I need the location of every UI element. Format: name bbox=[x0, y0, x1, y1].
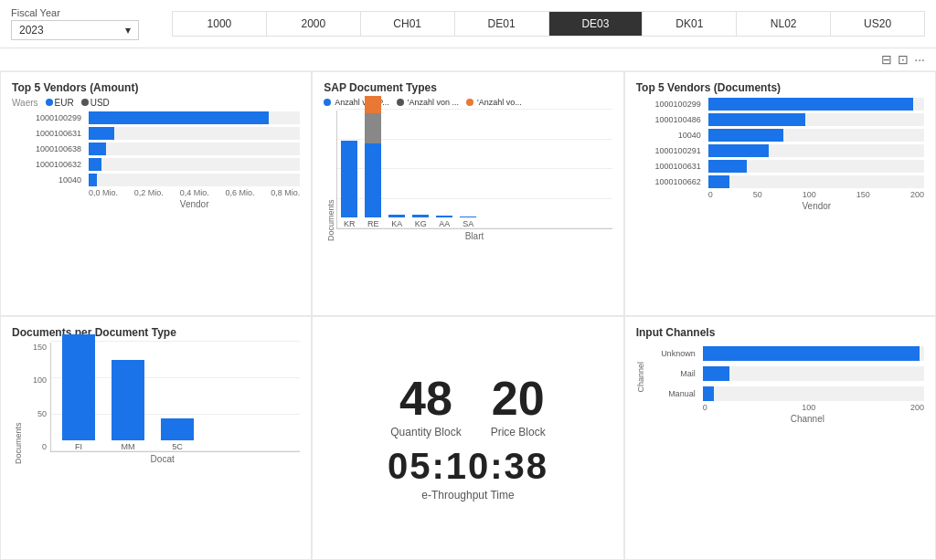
price-block: 20 Price Block bbox=[491, 375, 546, 438]
throughput-block: 05:10:38 e-Throughput Time bbox=[388, 446, 548, 502]
sap-bar-blue bbox=[412, 215, 429, 217]
sap-doc-types-title: SAP Document Types bbox=[324, 81, 612, 94]
waers-legend-label: Waers bbox=[12, 98, 38, 108]
sap-bar-label: KR bbox=[344, 219, 356, 228]
channel-bar bbox=[703, 366, 729, 381]
fiscal-year-select[interactable]: 2023 ▾ bbox=[11, 20, 139, 40]
vendor-name: 1000100632 bbox=[12, 160, 85, 169]
fiscal-year-value: 2023 bbox=[19, 24, 44, 37]
doc-type-bar-group: 5C bbox=[161, 418, 194, 451]
doc-type-bar-group: FI bbox=[62, 334, 95, 451]
tab-dk01[interactable]: DK01 bbox=[642, 11, 736, 37]
vendor-amount-row: 1000100632 bbox=[12, 158, 300, 171]
sap-bar-blue bbox=[341, 141, 357, 218]
dashboard: Fiscal Year 2023 ▾ 10002000CH01DE01DE03D… bbox=[0, 0, 936, 560]
main-content: Top 5 Vendors (Amount) Waers EUR USD 100… bbox=[0, 71, 936, 560]
doc-type-bar-label: 5C bbox=[172, 442, 183, 451]
vendor-doc-row: 10040 bbox=[636, 129, 924, 142]
input-channels-chart: Channel Unknown Mail Manual 0100200 bbox=[636, 343, 924, 412]
vendor-doc-bar bbox=[708, 113, 805, 126]
vendor-doc-name: 1000100662 bbox=[636, 177, 705, 186]
docs-per-type-chart: 150100500 FI MM 5C bbox=[25, 343, 300, 452]
doc-type-bar bbox=[112, 360, 144, 440]
sap-bar-label: SA bbox=[463, 219, 473, 228]
toolbar: ⊟ ⊡ ··· bbox=[0, 48, 936, 71]
tab-de03[interactable]: DE03 bbox=[548, 11, 643, 37]
vendor-doc-bar bbox=[708, 98, 914, 111]
more-icon[interactable]: ··· bbox=[914, 52, 925, 67]
eur-legend-item: EUR bbox=[46, 98, 74, 108]
input-channels-y-label: Channel bbox=[636, 362, 649, 393]
vendor-amount-row: 1000100638 bbox=[12, 143, 300, 155]
tab-de01[interactable]: DE01 bbox=[454, 11, 548, 37]
sap-legend-item: 'Anzahl von ... bbox=[397, 98, 459, 107]
vendor-name: 1000100638 bbox=[12, 144, 85, 153]
sap-bar-orange bbox=[365, 96, 381, 114]
sap-legend-item: 'Anzahl vo... bbox=[466, 98, 522, 107]
panel-sap-doc-types: SAP Document Types Anzahl von P...'Anzah… bbox=[312, 71, 623, 316]
usd-legend-item: USD bbox=[81, 98, 110, 108]
sap-bar-group: KA bbox=[388, 215, 405, 228]
sap-bar-group: KR bbox=[341, 141, 357, 229]
sap-bar-label: RE bbox=[367, 219, 379, 228]
chevron-down-icon: ▾ bbox=[125, 24, 131, 37]
fiscal-year-label: Fiscal Year bbox=[11, 7, 157, 18]
doc-type-bar-label: MM bbox=[122, 442, 135, 451]
channel-row: Mail bbox=[649, 366, 924, 381]
sap-bar-group: RE bbox=[365, 96, 381, 228]
vendors-docs-chart: 1000100299 1000100486 10040 1000100291 1… bbox=[636, 98, 924, 199]
channel-row: Manual bbox=[649, 386, 924, 401]
tab-nl02[interactable]: NL02 bbox=[736, 11, 830, 37]
vendor-doc-row: 1000100662 bbox=[636, 175, 924, 188]
docs-per-type-title: Documents per Document Type bbox=[12, 326, 300, 339]
tab-us20[interactable]: US20 bbox=[830, 11, 925, 37]
top5-vendors-amount-title: Top 5 Vendors (Amount) bbox=[12, 81, 300, 94]
quantity-block-label: Quantity Block bbox=[390, 426, 461, 438]
vendor-legend: Waers EUR USD bbox=[12, 98, 300, 108]
vendor-doc-name: 10040 bbox=[636, 131, 705, 140]
vendors-docs-x-label: Vendor bbox=[636, 201, 924, 211]
fiscal-year-section: Fiscal Year 2023 ▾ bbox=[11, 7, 157, 40]
quantity-block: 48 Quantity Block bbox=[390, 375, 461, 438]
header: Fiscal Year 2023 ▾ 10002000CH01DE01DE03D… bbox=[0, 0, 936, 48]
panel-docs-per-type: Documents per Document Type Documents 15… bbox=[0, 316, 312, 561]
vendor-name: 1000100631 bbox=[12, 129, 85, 138]
tab-1000[interactable]: 1000 bbox=[172, 11, 266, 37]
vendor-doc-name: 1000100486 bbox=[636, 115, 705, 124]
input-channels-x-label: Channel bbox=[636, 414, 924, 424]
doc-type-bar-group: MM bbox=[112, 360, 144, 451]
tab-2000[interactable]: 2000 bbox=[266, 11, 360, 37]
sap-bar-label: KG bbox=[415, 219, 427, 228]
vendor-amount-row: 1000100631 bbox=[12, 127, 300, 140]
filter-icon[interactable]: ⊟ bbox=[881, 52, 892, 67]
vendors-amount-x-label: Vendor bbox=[12, 199, 300, 209]
sap-bar-label: KA bbox=[391, 219, 402, 228]
sap-bar-blue bbox=[436, 216, 452, 217]
sap-bar-group: KG bbox=[412, 215, 429, 228]
vendor-doc-name: 1000100631 bbox=[636, 162, 705, 171]
tab-ch01[interactable]: CH01 bbox=[360, 11, 454, 37]
throughput-time: 05:10:38 bbox=[388, 446, 548, 487]
sap-bar-group: AA bbox=[436, 216, 452, 228]
vendor-doc-bar bbox=[708, 144, 769, 157]
doc-type-bar-label: FI bbox=[75, 442, 82, 451]
sap-x-label: Blart bbox=[336, 231, 612, 241]
throughput-time-label: e-Throughput Time bbox=[421, 489, 514, 502]
sap-bar-label: AA bbox=[439, 219, 450, 228]
panel-input-channels: Input Channels Channel Unknown Mail Manu… bbox=[624, 316, 936, 561]
sap-doc-types-chart: KR RE KA KG bbox=[336, 111, 612, 229]
vendor-doc-bar bbox=[708, 175, 730, 188]
quantity-block-number: 48 bbox=[399, 375, 452, 422]
vendor-doc-name: 1000100291 bbox=[636, 146, 705, 155]
share-icon[interactable]: ⊡ bbox=[898, 52, 909, 67]
doc-type-bar bbox=[161, 418, 194, 440]
input-channels-title: Input Channels bbox=[636, 326, 924, 339]
sap-bar-blue bbox=[388, 215, 405, 217]
sap-bar-grey bbox=[365, 113, 381, 143]
vendor-doc-row: 1000100291 bbox=[636, 144, 924, 157]
vendor-doc-row: 1000100631 bbox=[636, 160, 924, 173]
tabs-container: 10002000CH01DE01DE03DK01NL02US20 bbox=[172, 11, 925, 37]
vendor-doc-row: 1000100486 bbox=[636, 113, 924, 126]
doc-type-bar bbox=[62, 334, 95, 440]
vendor-doc-bar bbox=[708, 160, 748, 173]
